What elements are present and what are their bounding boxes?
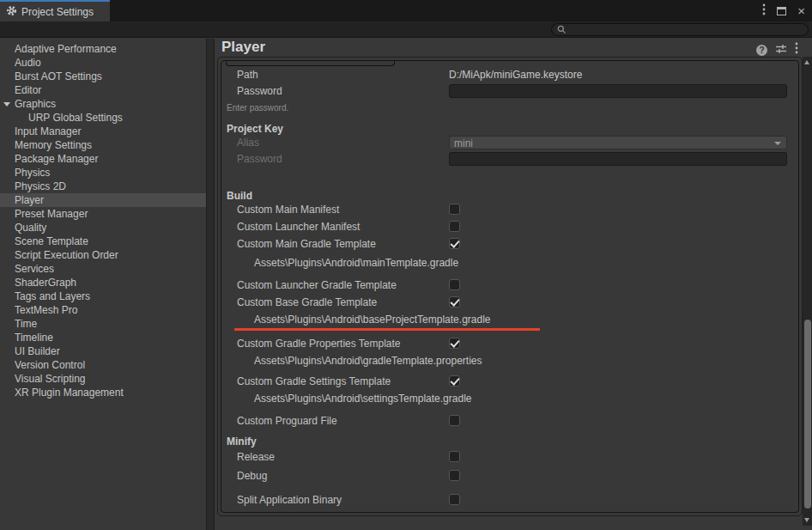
setting-row-custom-launcher-manifest: Custom Launcher Manifest <box>221 218 798 235</box>
setting-row-custom-base-gradle-template: Custom Base Gradle Template <box>221 294 798 311</box>
scrollbar-thumb[interactable] <box>804 320 811 509</box>
more-vertical-icon[interactable] <box>762 3 766 19</box>
sidebar-item-label: Tags and Layers <box>15 290 90 302</box>
field-row-alias: Aliasmini <box>221 135 798 150</box>
tab-project-settings[interactable]: Project Settings <box>0 0 110 21</box>
foldout-expanded-icon[interactable] <box>3 102 10 107</box>
sidebar-item-version-control[interactable]: Version Control <box>0 358 206 372</box>
sidebar-item-visual-scripting[interactable]: Visual Scripting <box>0 372 206 386</box>
template-path-row: Assets\Plugins\Android\mainTemplate.grad… <box>221 254 798 273</box>
sidebar-item-script-execution-order[interactable]: Script Execution Order <box>0 248 206 262</box>
sidebar-item-label: Services <box>15 263 54 275</box>
red-underline-annotation <box>234 328 540 331</box>
sidebar-item-label: Adaptive Performance <box>15 43 117 55</box>
setting-label: Debug <box>237 470 267 482</box>
scroll-down-arrow-icon[interactable] <box>804 518 809 522</box>
checkbox-custom-launcher-gradle-template[interactable] <box>449 279 460 290</box>
checkbox-debug[interactable] <box>449 470 460 481</box>
sidebar-item-time[interactable]: Time <box>0 317 206 331</box>
checkbox-custom-proguard-file[interactable] <box>449 415 460 426</box>
checkbox-custom-gradle-properties-template[interactable] <box>449 338 460 349</box>
sidebar-item-graphics[interactable]: Graphics <box>0 97 206 111</box>
sidebar-item-label: Script Execution Order <box>15 249 118 261</box>
checkbox-custom-main-gradle-template[interactable] <box>449 238 460 249</box>
sidebar-item-audio[interactable]: Audio <box>0 56 206 70</box>
sidebar-item-scene-template[interactable]: Scene Template <box>0 235 206 248</box>
checkbox-custom-base-gradle-template[interactable] <box>449 296 460 308</box>
sidebar-item-label: Time <box>15 318 37 330</box>
sidebar-item-textmesh-pro[interactable]: TextMesh Pro <box>0 303 206 317</box>
sidebar-item-label: ShaderGraph <box>15 277 76 289</box>
section-header-label: Minify <box>227 436 257 448</box>
setting-row-custom-launcher-gradle-template: Custom Launcher Gradle Template <box>221 277 798 294</box>
sidebar-item-adaptive-performance[interactable]: Adaptive Performance <box>0 42 206 56</box>
sidebar-item-memory-settings[interactable]: Memory Settings <box>0 138 206 152</box>
checkbox-custom-gradle-settings-template[interactable] <box>449 375 460 387</box>
sidebar-item-services[interactable]: Services <box>0 262 206 276</box>
input-password[interactable] <box>449 84 787 98</box>
sidebar-item-tags-and-layers[interactable]: Tags and Layers <box>0 289 206 303</box>
sidebar-item-label: TextMesh Pro <box>15 304 77 316</box>
section-header-project-key: Project Key <box>221 120 798 134</box>
player-settings-panel: Player <box>215 39 812 530</box>
setting-label: Custom Proguard File <box>237 415 337 427</box>
settings-inner-box: PathD:/MiApk/miniGame.keystorePasswordEn… <box>221 60 799 513</box>
setting-row-custom-proguard-file: Custom Proguard File <box>221 412 798 429</box>
magnifier-icon <box>557 22 567 38</box>
sidebar-item-xr-plugin-management[interactable]: XR Plugin Management <box>0 386 206 399</box>
setting-label: Custom Main Gradle Template <box>237 238 376 250</box>
checkbox-split-application-binary[interactable] <box>449 494 460 505</box>
sidebar-item-label: Audio <box>15 57 41 69</box>
maximize-icon[interactable] <box>777 7 786 15</box>
search-box[interactable] <box>551 23 809 36</box>
sidebar-item-label: UI Builder <box>15 345 60 357</box>
sidebar-item-editor[interactable]: Editor <box>0 83 206 97</box>
template-path-text: Assets\Plugins\Android\mainTemplate.grad… <box>254 257 458 269</box>
checkbox-custom-main-manifest[interactable] <box>449 204 460 215</box>
sidebar-item-label: Graphics <box>15 98 56 110</box>
checkbox-custom-launcher-manifest[interactable] <box>449 221 460 232</box>
toolbar <box>0 21 812 38</box>
spacer <box>221 484 798 491</box>
sidebar-item-burst-aot-settings[interactable]: Burst AOT Settings <box>0 70 206 83</box>
sidebar-item-shadergraph[interactable]: ShaderGraph <box>0 276 206 289</box>
help-icon[interactable] <box>756 45 767 56</box>
more-vertical-icon[interactable] <box>795 42 798 58</box>
settings-rows: PathD:/MiApk/miniGame.keystorePasswordEn… <box>221 67 798 509</box>
sidebar-item-urp-global-settings[interactable]: URP Global Settings <box>0 111 206 125</box>
setting-row-release: Release <box>221 448 798 466</box>
hint-text: Enter password. <box>227 103 288 113</box>
sidebar-item-preset-manager[interactable]: Preset Manager <box>0 207 206 221</box>
gear-icon <box>6 4 17 20</box>
sidebar-item-physics[interactable]: Physics <box>0 166 206 180</box>
checkbox-release[interactable] <box>449 451 460 462</box>
field-label: Password <box>237 85 282 97</box>
field-row-path: PathD:/MiApk/miniGame.keystore <box>221 67 798 82</box>
title-bar: Project Settings <box>0 0 812 21</box>
sidebar-item-input-manager[interactable]: Input Manager <box>0 125 206 138</box>
dropdown-alias[interactable]: mini <box>449 136 787 149</box>
panel-splitter[interactable] <box>206 39 215 530</box>
input-password[interactable] <box>449 152 787 166</box>
vertical-scrollbar[interactable] <box>803 57 812 526</box>
template-path-text: Assets\Plugins\Android\settingsTemplate.… <box>254 393 471 405</box>
project-settings-window: Project Settings Adaptive PerformanceA <box>0 0 812 530</box>
sidebar-item-label: Scene Template <box>15 235 88 247</box>
scroll-up-arrow-icon[interactable] <box>804 60 809 64</box>
sidebar-item-label: Quality <box>15 222 46 234</box>
template-path-row: Assets\Plugins\Android\settingsTemplate.… <box>221 390 798 409</box>
hint-row: Enter password. <box>221 99 798 111</box>
sidebar-item-timeline[interactable]: Timeline <box>0 331 206 344</box>
sidebar-item-quality[interactable]: Quality <box>0 221 206 235</box>
sidebar-item-label: Package Manager <box>15 153 98 165</box>
presets-icon[interactable] <box>775 42 787 58</box>
sidebar-item-physics-2d[interactable]: Physics 2D <box>0 180 206 193</box>
sidebar-item-player[interactable]: Player <box>0 193 206 207</box>
section-header-label: Project Key <box>227 123 283 135</box>
setting-label: Custom Launcher Manifest <box>237 221 360 233</box>
close-icon[interactable] <box>797 7 805 15</box>
sidebar-item-ui-builder[interactable]: UI Builder <box>0 344 206 358</box>
search-input[interactable] <box>570 25 793 35</box>
panel-header: Player <box>215 39 812 57</box>
sidebar-item-package-manager[interactable]: Package Manager <box>0 152 206 166</box>
